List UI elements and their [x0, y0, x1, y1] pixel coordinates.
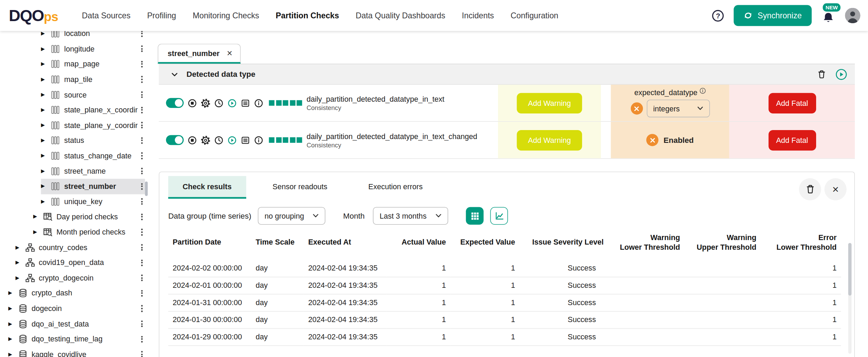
sidebar-item-dqo-testing-time-lag[interactable]: ▶dqo_testing_time_lag: [8, 331, 145, 347]
caret-right-icon[interactable]: ▶: [41, 62, 47, 66]
caret-right-icon[interactable]: ▶: [8, 337, 15, 341]
run-check-play-icon[interactable]: [228, 135, 237, 145]
sidebar-item-street-name[interactable]: ▶street_name: [41, 164, 145, 179]
sidebar-item-day-period-checks[interactable]: ▶Day period checks: [33, 209, 145, 225]
synchronize-button[interactable]: Synchronize: [734, 5, 812, 26]
info-icon[interactable]: [254, 135, 263, 145]
kebab-menu-icon[interactable]: [139, 135, 145, 146]
kebab-menu-icon[interactable]: [139, 166, 145, 176]
sidebar-item-crypto-dash[interactable]: ▶crypto_dash: [8, 286, 145, 301]
sidebar-item-state-plane-y-coordir[interactable]: ▶state_plane_y_coordir: [41, 118, 145, 133]
sidebar-item-country-codes[interactable]: ▶country_codes: [16, 240, 145, 255]
kebab-menu-icon[interactable]: [139, 257, 145, 268]
add-fatal-button[interactable]: Add Fatal: [768, 130, 816, 150]
nav-item-data-quality-dashboards[interactable]: Data Quality Dashboards: [355, 11, 445, 20]
caret-right-icon[interactable]: ▶: [33, 230, 40, 235]
sidebar-item-kaggle-covidlive[interactable]: ▶kaggle_covidlive: [8, 347, 145, 357]
schedule-clock-icon[interactable]: [214, 135, 223, 145]
kebab-menu-icon[interactable]: [139, 181, 145, 192]
kebab-menu-icon[interactable]: [139, 31, 145, 39]
sidebar-item-source[interactable]: ▶source: [41, 87, 145, 102]
nav-item-partition-checks[interactable]: Partition Checks: [276, 11, 339, 20]
kebab-menu-icon[interactable]: [139, 349, 145, 357]
sidebar-item-dqo-ai-test-data[interactable]: ▶dqo_ai_test_data: [8, 316, 145, 331]
sidebar-item-location[interactable]: ▶location: [41, 31, 145, 42]
kebab-menu-icon[interactable]: [139, 196, 145, 207]
caret-right-icon[interactable]: ▶: [8, 352, 15, 357]
sidebar-item-dogecoin[interactable]: ▶dogecoin: [8, 301, 145, 316]
sidebar-item-map-tile[interactable]: ▶map_tile: [41, 72, 145, 87]
kebab-menu-icon[interactable]: [139, 89, 145, 100]
add-fatal-button[interactable]: Add Fatal: [768, 93, 816, 113]
kebab-menu-icon[interactable]: [139, 334, 145, 345]
sidebar-item-status-change-date[interactable]: ▶status_change_date: [41, 148, 145, 163]
kebab-menu-icon[interactable]: [139, 74, 145, 85]
run-checks-button[interactable]: [835, 68, 847, 80]
table-view-button[interactable]: [466, 207, 483, 225]
delete-section-button[interactable]: [817, 69, 827, 79]
kebab-menu-icon[interactable]: [139, 150, 145, 161]
kebab-menu-icon[interactable]: [139, 288, 145, 299]
results-table-scrollbar[interactable]: [848, 243, 852, 354]
chart-view-button[interactable]: [490, 207, 508, 225]
check-enabled-toggle[interactable]: [166, 98, 184, 108]
add-warning-button[interactable]: Add Warning: [517, 130, 582, 150]
caret-right-icon[interactable]: ▶: [41, 31, 47, 36]
error-enabled-icon[interactable]: [630, 102, 643, 115]
results-tab-execution-errors[interactable]: Execution errors: [354, 176, 437, 199]
kebab-menu-icon[interactable]: [139, 44, 145, 54]
kebab-menu-icon[interactable]: [139, 227, 145, 238]
kebab-menu-icon[interactable]: [139, 303, 145, 314]
nav-item-data-sources[interactable]: Data Sources: [82, 11, 131, 20]
dqops-logo[interactable]: DQO ps: [9, 6, 74, 25]
caret-right-icon[interactable]: ▶: [41, 138, 47, 143]
kebab-menu-icon[interactable]: [139, 242, 145, 253]
sidebar-item-covid19-open-data[interactable]: ▶covid19_open_data: [16, 255, 145, 270]
caret-right-icon[interactable]: ▶: [16, 245, 22, 250]
help-icon[interactable]: ?: [712, 10, 724, 21]
delete-results-button[interactable]: [799, 178, 821, 200]
nav-item-monitoring-checks[interactable]: Monitoring Checks: [193, 11, 259, 20]
check-results-list-icon[interactable]: [241, 98, 250, 108]
check-results-list-icon[interactable]: [241, 135, 250, 145]
notifications-button[interactable]: NEW: [821, 4, 837, 27]
close-results-button[interactable]: ×: [824, 178, 847, 200]
disable-check-icon[interactable]: [187, 98, 197, 108]
caret-right-icon[interactable]: ▶: [16, 260, 22, 265]
caret-right-icon[interactable]: ▶: [8, 321, 15, 326]
nav-item-profiling[interactable]: Profiling: [147, 11, 176, 20]
close-tab-icon[interactable]: ×: [227, 48, 232, 58]
expected-datatype-select[interactable]: integers: [647, 100, 710, 117]
caret-right-icon[interactable]: ▶: [8, 306, 15, 311]
tab-street-number[interactable]: street_number ×: [158, 44, 241, 64]
data-group-select[interactable]: no grouping: [258, 207, 325, 225]
kebab-menu-icon[interactable]: [139, 120, 145, 131]
info-icon[interactable]: [254, 98, 263, 108]
settings-gear-icon[interactable]: [201, 135, 210, 145]
check-enabled-toggle[interactable]: [166, 135, 184, 145]
user-avatar[interactable]: [845, 8, 860, 23]
caret-right-icon[interactable]: ▶: [41, 46, 47, 51]
caret-right-icon[interactable]: ▶: [41, 92, 47, 97]
caret-right-icon[interactable]: ▶: [16, 275, 22, 280]
kebab-menu-icon[interactable]: [139, 59, 145, 70]
schedule-clock-icon[interactable]: [214, 98, 223, 108]
add-warning-button[interactable]: Add Warning: [517, 93, 582, 113]
kebab-menu-icon[interactable]: [139, 319, 145, 329]
results-tab-check-results[interactable]: Check results: [168, 176, 246, 199]
caret-right-icon[interactable]: ▶: [41, 199, 47, 204]
caret-right-icon[interactable]: ▶: [41, 123, 47, 128]
kebab-menu-icon[interactable]: [139, 273, 145, 283]
kebab-menu-icon[interactable]: [139, 212, 145, 222]
nav-item-configuration[interactable]: Configuration: [510, 11, 558, 20]
caret-right-icon[interactable]: ▶: [41, 184, 47, 189]
sidebar-item-longitude[interactable]: ▶longitude: [41, 41, 145, 56]
sidebar-item-state-plane-x-coordir[interactable]: ▶state_plane_x_coordir: [41, 102, 145, 118]
disable-check-icon[interactable]: [187, 135, 197, 145]
settings-gear-icon[interactable]: [201, 98, 210, 108]
sidebar-item-status[interactable]: ▶status: [41, 133, 145, 148]
kebab-menu-icon[interactable]: [139, 105, 145, 116]
sidebar-item-unique-key[interactable]: ▶unique_key: [41, 194, 145, 209]
caret-right-icon[interactable]: ▶: [41, 168, 47, 173]
month-select[interactable]: Last 3 months: [373, 207, 449, 225]
